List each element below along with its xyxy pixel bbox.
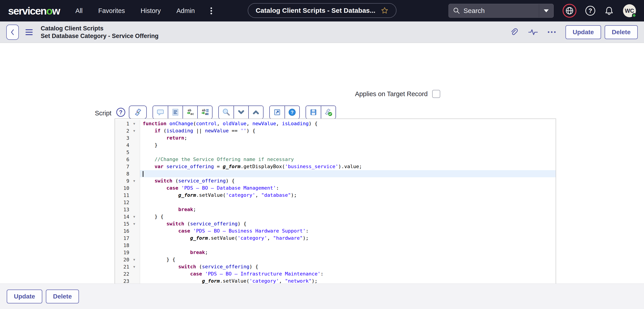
code-line[interactable]: 18 — [115, 242, 556, 249]
code-line[interactable]: 20▼ } { — [115, 256, 556, 263]
code-line[interactable]: 22 case 'PDS – BO – Infrastructure Maint… — [115, 270, 556, 278]
script-scroll-icon — [134, 108, 142, 116]
code-line[interactable]: 8 — [115, 170, 556, 177]
chevron-down-icon — [544, 9, 549, 12]
fold-arrow-icon[interactable]: ▼ — [129, 222, 139, 226]
global-search-input[interactable]: Search — [448, 4, 554, 18]
current-record-title: Catalog Client Scripts - Set Databas... — [256, 7, 375, 14]
code-line-content[interactable]: return; — [140, 134, 556, 142]
code-line[interactable]: 1▼function onChange(control, oldValue, n… — [115, 120, 556, 127]
format-code-button[interactable] — [168, 106, 182, 118]
code-line-content[interactable]: switch (service_offering) { — [140, 177, 556, 184]
code-line[interactable]: 17 g_form.setValue('category', "hardware… — [115, 235, 556, 242]
code-line-content[interactable]: var service_offering = g_form.getDisplay… — [140, 163, 556, 170]
code-line-content[interactable]: //Change the Service Offering name if ne… — [140, 156, 556, 163]
fold-arrow-icon[interactable]: ▼ — [129, 215, 139, 218]
code-line[interactable]: 4 } — [115, 142, 556, 149]
more-actions-button[interactable] — [548, 31, 556, 33]
find-next-button[interactable] — [234, 106, 248, 118]
code-line-content[interactable]: break; — [140, 249, 556, 256]
code-line[interactable]: 10 case 'PDS – BO – Database Management'… — [115, 184, 556, 192]
search-options-dropdown[interactable] — [539, 4, 554, 17]
more-menu-icon[interactable] — [210, 6, 212, 15]
line-number: 12 — [115, 200, 129, 205]
code-line-content[interactable]: switch (service_offering) { — [140, 263, 556, 270]
favorite-star-icon[interactable] — [381, 7, 388, 14]
nav-item-admin[interactable]: Admin — [176, 7, 195, 14]
code-line[interactable]: 15▼ switch (service_offering) { — [115, 220, 556, 227]
code-line[interactable]: 3 return; — [115, 134, 556, 142]
form-context-menu-icon[interactable] — [26, 28, 33, 37]
code-line[interactable]: 9▼ switch (service_offering) { — [115, 177, 556, 184]
save-button[interactable] — [306, 106, 321, 118]
code-line[interactable]: 7 var service_offering = g_form.getDispl… — [115, 163, 556, 170]
impersonation-globe-button[interactable] — [562, 4, 576, 18]
editor-search-button[interactable] — [219, 106, 234, 118]
editor-help-button[interactable]: ? — [284, 106, 299, 118]
code-line[interactable]: 14▼ } { — [115, 213, 556, 220]
code-line-content[interactable] — [140, 170, 556, 177]
syntax-editor-toggle-button[interactable] — [129, 106, 146, 118]
line-number: 23 — [115, 278, 129, 284]
code-line[interactable]: 12 — [115, 199, 556, 206]
open-full-screen-button[interactable] — [270, 106, 284, 118]
code-line-content[interactable]: case 'PDS – BO – Database Management': — [140, 184, 556, 192]
applies-on-target-record-checkbox[interactable] — [432, 90, 440, 98]
check-syntax-button[interactable] — [321, 106, 336, 118]
code-line-content[interactable]: } { — [140, 213, 556, 220]
code-line-content[interactable] — [140, 149, 556, 156]
code-line-content[interactable]: case 'PDS – BO – Business Hardware Suppo… — [140, 227, 556, 235]
attachment-paperclip-button[interactable] — [509, 28, 518, 37]
code-line-content[interactable]: switch (service_offering) { — [140, 220, 556, 227]
servicenow-logo[interactable]: servicenow — [8, 5, 60, 17]
code-line-content[interactable]: case 'PDS – BO – Infrastructure Maintena… — [140, 270, 556, 278]
activity-pulse-button[interactable] — [528, 28, 538, 36]
notifications-button[interactable] — [604, 6, 614, 16]
line-number: 16 — [115, 228, 129, 234]
code-line-content[interactable]: g_form.setValue('category', "hardware"); — [140, 235, 556, 242]
code-line-content[interactable] — [140, 199, 556, 206]
fold-arrow-icon[interactable]: ▼ — [129, 179, 139, 183]
fold-arrow-icon[interactable]: ▼ — [129, 129, 139, 133]
code-line-content[interactable]: if (isLoading || newValue == '') { — [140, 127, 556, 134]
user-avatar[interactable]: WC — [623, 4, 636, 17]
code-line[interactable]: 5 — [115, 149, 556, 156]
code-line-content[interactable]: g_form.setValue('category', "database"); — [140, 192, 556, 199]
code-line-content[interactable]: function onChange(control, oldValue, new… — [140, 120, 556, 127]
replace-all-button[interactable]: ab ac — [197, 106, 212, 118]
nav-item-history[interactable]: History — [141, 7, 161, 14]
code-line[interactable]: 21▼ switch (service_offering) { — [115, 263, 556, 270]
nav-item-all[interactable]: All — [76, 7, 82, 14]
code-line[interactable]: 11 g_form.setValue('category', "database… — [115, 192, 556, 199]
fold-arrow-icon[interactable]: ▼ — [129, 122, 139, 125]
script-code-editor[interactable]: 1▼function onChange(control, oldValue, n… — [114, 118, 556, 309]
toggle-comment-button[interactable] — [153, 106, 168, 118]
fold-arrow-icon[interactable]: ▼ — [129, 258, 139, 261]
svg-text:ac: ac — [190, 112, 194, 116]
globe-icon — [565, 6, 574, 15]
back-button[interactable] — [6, 24, 19, 40]
code-line-content[interactable]: } — [140, 142, 556, 149]
code-line-content[interactable]: break; — [140, 206, 556, 213]
nav-item-favorites[interactable]: Favorites — [98, 7, 125, 14]
footer-delete-button[interactable]: Delete — [46, 290, 79, 304]
find-previous-button[interactable] — [248, 106, 263, 118]
update-button[interactable]: Update — [566, 25, 601, 39]
delete-button[interactable]: Delete — [605, 25, 638, 39]
line-number: 22 — [115, 271, 129, 277]
code-line[interactable]: 6 //Change the Service Offering name if … — [115, 156, 556, 163]
code-line-content[interactable] — [140, 242, 556, 249]
replace-button[interactable]: ab ac — [182, 106, 197, 118]
code-line-content[interactable]: } { — [140, 256, 556, 263]
code-line[interactable]: 19 break; — [115, 249, 556, 256]
footer-update-button[interactable]: Update — [7, 290, 42, 304]
line-gutter: 21▼ — [115, 263, 140, 270]
current-record-pill[interactable]: Catalog Client Scripts - Set Databas... — [248, 3, 396, 18]
help-button[interactable]: ? — [586, 6, 595, 16]
script-help-button[interactable]: ? — [116, 108, 125, 117]
code-line[interactable]: 16 case 'PDS – BO – Business Hardware Su… — [115, 227, 556, 235]
line-gutter: 11 — [115, 192, 140, 199]
code-line[interactable]: 2▼ if (isLoading || newValue == '') { — [115, 127, 556, 134]
fold-arrow-icon[interactable]: ▼ — [129, 265, 139, 269]
code-line[interactable]: 13 break; — [115, 206, 556, 213]
